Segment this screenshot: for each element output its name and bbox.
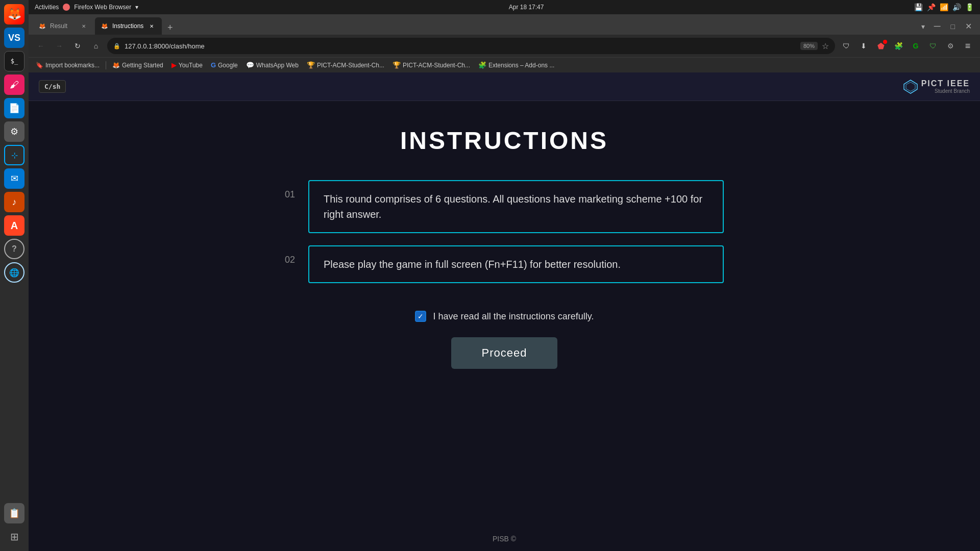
taskbar-files[interactable]: 📋 — [4, 503, 24, 523]
tab-instructions-label: Instructions — [112, 22, 143, 30]
page-top-bar: C/sh PICT IEEE Student Branch — [29, 72, 980, 101]
browser-window: Activities Firefox Web Browser ▾ Apr 18 … — [29, 0, 980, 551]
grammarly-button[interactable]: G — [909, 39, 923, 53]
bookmark-firefox-icon: 🦊 — [112, 62, 120, 69]
instruction-text-1: This round comprises of 6 questions. All… — [308, 180, 724, 233]
bookmark-pict1[interactable]: 🏆 PICT-ACM-Student-Ch... — [304, 60, 387, 70]
sysbar-save-icon[interactable]: 💾 — [914, 3, 923, 11]
back-button[interactable]: ← — [34, 39, 48, 53]
bookmark-import-icon: 🔖 — [36, 62, 43, 69]
bookmark-import-label: Import bookmarks... — [45, 62, 100, 69]
pocket-button[interactable]: 🛡 — [839, 39, 853, 53]
forward-button[interactable]: → — [52, 39, 66, 53]
taskbar-writer[interactable]: 📄 — [4, 98, 24, 118]
bookmark-google[interactable]: G Google — [208, 60, 241, 70]
sysbar-battery-icon[interactable]: 🔋 — [965, 3, 974, 11]
minimize-button[interactable]: ─ — [930, 20, 945, 33]
datetime-label: Apr 18 17:47 — [509, 4, 544, 11]
nav-bar: ← → ↻ ⌂ 🔒 127.0.0.1:8000/clash/home 80% … — [29, 35, 980, 57]
taskbar-vscode[interactable]: VS — [4, 28, 24, 48]
bookmark-extensions-icon: 🧩 — [478, 61, 486, 69]
tab-result-favicon: 🦊 — [39, 23, 46, 30]
bookmark-getting-started-label: Getting Started — [122, 62, 163, 69]
url-bar[interactable]: 🔒 127.0.0.1:8000/clash/home 80% ☆ — [107, 38, 835, 54]
ext-icon-2[interactable]: ⚙ — [943, 39, 958, 53]
sysbar-volume-icon[interactable]: 🔊 — [952, 3, 961, 11]
activities-label[interactable]: Activities — [35, 4, 59, 11]
taskbar: 🦊 VS $_ 🖌 📄 ⚙ ⊹ ✉ ♪ A ? 🌐 📋 ⊞ — [0, 0, 29, 551]
instruction-text-2: Please play the game in full screen (Fn+… — [308, 245, 724, 283]
taskbar-terminal[interactable]: $_ — [4, 51, 24, 71]
taskbar-firefox[interactable]: 🦊 — [4, 4, 24, 24]
taskbar-network[interactable]: 🌐 — [4, 262, 24, 283]
system-bar-left: Activities Firefox Web Browser ▾ — [35, 4, 138, 11]
proceed-button[interactable]: Proceed — [451, 337, 558, 369]
bookmark-youtube[interactable]: ▶ YouTube — [168, 60, 206, 70]
hamburger-menu[interactable]: ≡ — [961, 39, 975, 53]
footer-text: PISB © — [493, 535, 516, 543]
tab-result[interactable]: 🦊 Result ✕ — [33, 17, 94, 35]
bookmark-extensions-label: Extensions – Add-ons ... — [488, 62, 554, 69]
instruction-number-1: 01 — [285, 180, 300, 200]
taskbar-grid[interactable]: ⊞ — [4, 527, 24, 547]
sysbar-pin-icon[interactable]: 📌 — [927, 3, 936, 11]
zoom-badge: 80% — [800, 42, 818, 50]
reload-button[interactable]: ↻ — [70, 39, 85, 53]
bookmark-extensions[interactable]: 🧩 Extensions – Add-ons ... — [475, 60, 557, 70]
svg-marker-1 — [906, 82, 915, 91]
dropdown-arrow[interactable]: ▾ — [135, 4, 138, 11]
tab-result-close[interactable]: ✕ — [80, 22, 88, 30]
system-bar-right: 💾 📌 📶 🔊 🔋 — [914, 3, 974, 11]
bookmark-pict2[interactable]: 🏆 PICT-ACM-Student-Ch... — [389, 60, 473, 70]
pict-ieee-name: PICT IEEE — [921, 79, 970, 88]
tab-instructions-close[interactable]: ✕ — [148, 22, 156, 30]
tab-instructions[interactable]: 🦊 Instructions ✕ — [95, 17, 162, 35]
bookmark-whatsapp-label: WhatsApp Web — [256, 62, 299, 69]
sysbar-wifi-icon[interactable]: 📶 — [940, 3, 948, 11]
pict-ieee-branch: Student Branch — [921, 88, 970, 94]
new-tab-button[interactable]: + — [163, 20, 177, 35]
browser-indicator — [63, 4, 70, 11]
bookmark-whatsapp-icon: 💬 — [246, 61, 254, 69]
bookmark-star-icon[interactable]: ☆ — [822, 41, 829, 51]
home-button[interactable]: ⌂ — [89, 39, 103, 53]
page-title: INSTRUCTIONS — [400, 127, 608, 155]
clash-logo: C/sh — [39, 80, 66, 93]
logo-area: C/sh — [39, 80, 66, 93]
taskbar-appstore[interactable]: A — [4, 215, 24, 236]
lock-icon: 🔒 — [113, 43, 120, 49]
bookmark-pict1-label: PICT-ACM-Student-Ch... — [317, 62, 384, 69]
taskbar-thunderbird[interactable]: ✉ — [4, 168, 24, 189]
extension-red-button[interactable]: ⬟ — [874, 39, 888, 53]
bookmark-import[interactable]: 🔖 Import bookmarks... — [33, 61, 103, 70]
footer: PISB © — [29, 527, 980, 551]
taskbar-paint[interactable]: 🖌 — [4, 74, 24, 95]
maximize-button[interactable]: □ — [947, 21, 959, 32]
taskbar-help[interactable]: ? — [4, 239, 24, 259]
pict-ieee-logo: PICT IEEE Student Branch — [903, 79, 970, 94]
bookmark-whatsapp[interactable]: 💬 WhatsApp Web — [243, 60, 302, 70]
close-button[interactable]: ✕ — [961, 20, 976, 32]
bookmarks-bar: 🔖 Import bookmarks... 🦊 Getting Started … — [29, 57, 980, 72]
window-controls: ▾ ─ □ ✕ — [918, 20, 976, 35]
bookmark-google-label: Google — [218, 62, 238, 69]
instruction-number-2: 02 — [285, 245, 300, 265]
pict-ieee-text: PICT IEEE Student Branch — [921, 79, 970, 94]
pict-ieee-icon — [903, 79, 918, 94]
shield-button[interactable]: 🛡 — [926, 39, 940, 53]
url-text: 127.0.0.1:8000/clash/home — [125, 42, 796, 50]
browser-name-label[interactable]: Firefox Web Browser — [74, 4, 131, 11]
bookmark-pict2-icon: 🏆 — [393, 61, 401, 69]
taskbar-screenshot[interactable]: ⊹ — [4, 145, 24, 165]
taskbar-settings[interactable]: ⚙ — [4, 121, 24, 142]
bookmark-getting-started[interactable]: 🦊 Getting Started — [109, 61, 166, 70]
tab-list-button[interactable]: ▾ — [918, 21, 928, 32]
ext-icon-1[interactable]: 🧩 — [891, 39, 905, 53]
bookmark-youtube-label: YouTube — [179, 62, 203, 69]
read-instructions-checkbox[interactable]: ✓ — [415, 311, 426, 322]
red-dot-badge — [883, 40, 887, 44]
tab-instructions-favicon: 🦊 — [101, 23, 108, 30]
download-button[interactable]: ⬇ — [856, 39, 871, 53]
system-bar-center: Apr 18 17:47 — [509, 4, 544, 11]
taskbar-rhythmbox[interactable]: ♪ — [4, 192, 24, 212]
